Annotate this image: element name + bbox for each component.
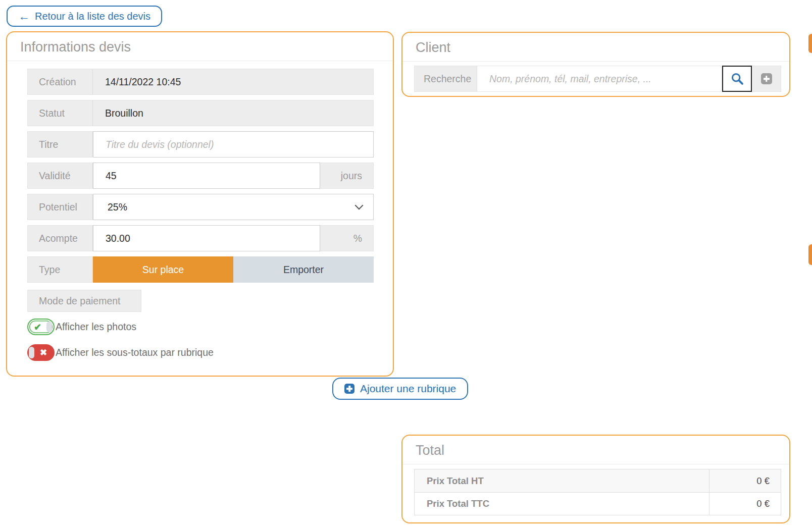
- total-ttc-value: 0 €: [709, 493, 781, 515]
- mode-paiement-label: Mode de paiement: [27, 290, 141, 312]
- creation-row: Création 14/11/2022 10:45: [27, 69, 374, 95]
- plus-square-icon: [344, 384, 354, 394]
- divider: [7, 61, 393, 61]
- subtotals-toggle-row: ✖ Afficher les sous-totaux par rubrique: [27, 344, 374, 361]
- type-option-sur-place[interactable]: Sur place: [93, 256, 233, 283]
- back-to-quotes-button[interactable]: ← Retour à la liste des devis: [7, 6, 162, 27]
- chevron-down-icon: [355, 201, 364, 210]
- potentiel-select[interactable]: 25%: [93, 194, 374, 220]
- type-option-emporter[interactable]: Emporter: [233, 256, 374, 283]
- potentiel-label: Potentiel: [27, 194, 93, 220]
- add-rubrique-label: Ajouter une rubrique: [360, 383, 456, 395]
- check-icon: ✔: [34, 322, 41, 333]
- edge-accent-top: [808, 34, 812, 53]
- statut-label: Statut: [27, 100, 93, 126]
- total-ht-value: 0 €: [709, 469, 781, 492]
- quote-info-panel: Informations devis Création 14/11/2022 1…: [6, 31, 394, 377]
- add-client-button[interactable]: [752, 66, 781, 92]
- acompte-label: Acompte: [27, 225, 93, 251]
- validite-row: Validité jours: [27, 163, 374, 189]
- potentiel-row: Potentiel 25%: [27, 194, 374, 220]
- search-icon: [730, 72, 744, 86]
- acompte-input[interactable]: [93, 226, 320, 251]
- total-ttc-label: Prix Total TTC: [415, 493, 709, 515]
- validite-label: Validité: [27, 163, 93, 189]
- cross-icon: ✖: [40, 347, 47, 358]
- titre-label: Titre: [27, 131, 93, 157]
- potentiel-selected-value: 25%: [108, 201, 127, 213]
- photos-toggle[interactable]: ✔: [27, 319, 55, 335]
- quote-info-form: Création 14/11/2022 10:45 Statut Brouill…: [27, 69, 374, 361]
- client-search-button[interactable]: [722, 66, 752, 92]
- client-title: Client: [402, 33, 789, 61]
- divider: [402, 61, 789, 62]
- back-button-label: Retour à la liste des devis: [35, 11, 150, 22]
- statut-value: Brouillon: [93, 100, 374, 126]
- statut-row: Statut Brouillon: [27, 100, 374, 126]
- acompte-row: Acompte %: [27, 225, 374, 251]
- creation-label: Création: [27, 69, 93, 95]
- add-rubrique-button[interactable]: Ajouter une rubrique: [332, 378, 468, 400]
- photos-toggle-row: ✔ Afficher les photos: [27, 319, 374, 335]
- acompte-unit: %: [320, 225, 374, 251]
- subtotals-toggle-label: Afficher les sous-totaux par rubrique: [56, 347, 214, 358]
- quote-info-title: Informations devis: [7, 32, 393, 61]
- validite-unit: jours: [320, 163, 374, 189]
- total-table: Prix Total HT 0 € Prix Total TTC 0 €: [414, 469, 781, 515]
- type-label: Type: [27, 256, 93, 283]
- subtotals-toggle[interactable]: ✖: [27, 344, 55, 361]
- photos-toggle-label: Afficher les photos: [56, 321, 136, 333]
- total-title: Total: [402, 436, 789, 464]
- validite-input[interactable]: [93, 163, 320, 188]
- type-row: Type Sur place Emporter: [27, 256, 374, 283]
- table-row: Prix Total HT 0 €: [415, 469, 781, 492]
- titre-row: Titre: [27, 131, 374, 157]
- plus-square-icon: [761, 73, 772, 84]
- client-search-row: Recherche: [414, 66, 781, 92]
- client-search-label: Recherche: [414, 66, 477, 92]
- client-search-input[interactable]: [477, 66, 722, 91]
- back-arrow-icon: ←: [18, 11, 30, 22]
- divider: [402, 464, 789, 464]
- titre-input[interactable]: [93, 132, 373, 157]
- total-ht-label: Prix Total HT: [415, 469, 709, 492]
- client-panel: Client Recherche: [401, 32, 790, 97]
- edge-accent-middle: [808, 244, 812, 265]
- creation-value: 14/11/2022 10:45: [93, 69, 374, 95]
- total-panel: Total Prix Total HT 0 € Prix Total TTC 0…: [401, 435, 790, 523]
- toggle-knob: [29, 347, 34, 358]
- table-row: Prix Total TTC 0 €: [415, 492, 781, 515]
- toggle-knob: [46, 322, 52, 332]
